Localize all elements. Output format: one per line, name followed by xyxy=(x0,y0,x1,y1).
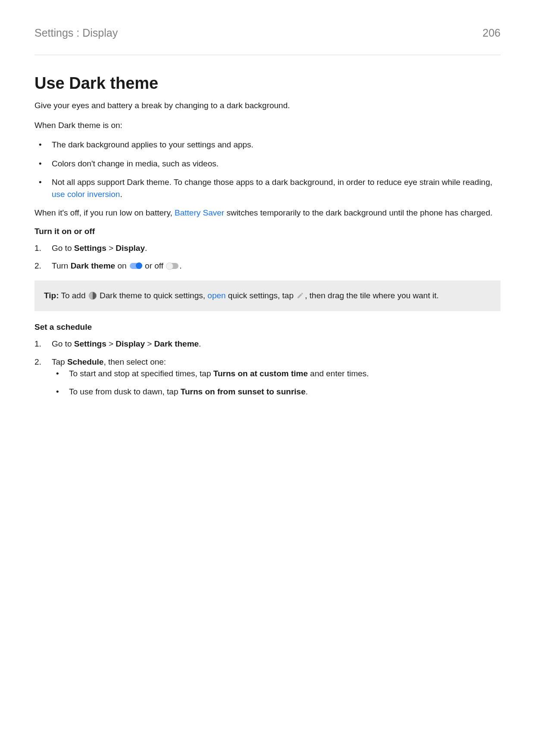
text: and enter times. xyxy=(308,369,369,378)
open-link[interactable]: open xyxy=(207,291,225,300)
text: When it's off, if you run low on battery… xyxy=(34,208,175,217)
text: To start and stop at specified times, ta… xyxy=(69,369,213,378)
text: . xyxy=(199,339,201,348)
text: To add xyxy=(59,291,88,300)
settings-label: Settings xyxy=(74,244,106,253)
dark-theme-icon xyxy=(89,292,97,300)
text: To use from dusk to dawn, tap xyxy=(69,387,181,396)
list-item: 1. Go to Settings > Display > Dark theme… xyxy=(34,338,501,350)
list-item: Colors don't change in media, such as vi… xyxy=(34,158,501,170)
text: quick settings, tap xyxy=(226,291,296,300)
text: Tap xyxy=(52,357,67,366)
turn-steps: 1. Go to Settings > Display. 2. Turn Dar… xyxy=(34,242,501,272)
list-item: Not all apps support Dark theme. To chan… xyxy=(34,176,501,200)
dark-theme-label: Dark theme xyxy=(71,261,116,270)
page-number: 206 xyxy=(482,27,501,39)
when-off-paragraph: When it's off, if you run low on battery… xyxy=(34,207,501,219)
sunset-sunrise-label: Turns on from sunset to sunrise xyxy=(181,387,306,396)
page-title: Use Dark theme xyxy=(34,74,501,93)
schedule-steps: 1. Go to Settings > Display > Dark theme… xyxy=(34,338,501,397)
text: . xyxy=(120,190,122,199)
text: Turn xyxy=(52,261,71,270)
list-item: The dark background applies to your sett… xyxy=(34,139,501,151)
schedule-heading: Set a schedule xyxy=(34,322,501,332)
text: Go to xyxy=(52,339,74,348)
list-item: 2. Turn Dark theme on or off . xyxy=(34,260,501,272)
color-inversion-link[interactable]: use color inversion xyxy=(52,190,120,199)
text: Go to xyxy=(52,244,74,253)
text: , then drag the tile where you want it. xyxy=(305,291,439,300)
schedule-options: To start and stop at specified times, ta… xyxy=(52,368,501,397)
text: . xyxy=(179,261,181,270)
text: > xyxy=(145,339,154,348)
tip-label: Tip: xyxy=(44,291,59,300)
text: switches temporarily to the dark backgro… xyxy=(224,208,492,217)
text: on xyxy=(115,261,129,270)
schedule-label: Schedule xyxy=(67,357,103,366)
list-item: 1. Go to Settings > Display. xyxy=(34,242,501,254)
text: . xyxy=(145,244,147,253)
tip-box: Tip: To add Dark theme to quick settings… xyxy=(34,281,501,311)
text: , then select one: xyxy=(103,357,166,366)
display-label: Display xyxy=(116,339,145,348)
toggle-on-icon xyxy=(130,263,142,269)
list-item: To start and stop at specified times, ta… xyxy=(52,368,501,380)
text: > xyxy=(106,244,116,253)
text: > xyxy=(106,339,116,348)
bullet-list: The dark background applies to your sett… xyxy=(34,139,501,200)
battery-saver-link[interactable]: Battery Saver xyxy=(175,208,224,217)
edit-icon xyxy=(297,290,304,303)
intro-paragraph: Give your eyes and battery a break by ch… xyxy=(34,100,501,112)
dark-theme-label: Dark theme xyxy=(154,339,199,348)
turn-it-heading: Turn it on or off xyxy=(34,227,501,236)
custom-time-label: Turns on at custom time xyxy=(213,369,308,378)
page-header: Settings : Display 206 xyxy=(34,27,501,55)
breadcrumb: Settings : Display xyxy=(34,27,118,39)
when-on-paragraph: When Dark theme is on: xyxy=(34,119,501,131)
list-item: 2. Tap Schedule, then select one: To sta… xyxy=(34,356,501,398)
text: . xyxy=(306,387,308,396)
toggle-off-icon xyxy=(166,263,178,269)
display-label: Display xyxy=(116,244,145,253)
text: Not all apps support Dark theme. To chan… xyxy=(52,178,492,187)
text: or off xyxy=(143,261,166,270)
text: Dark theme to quick settings, xyxy=(97,291,208,300)
settings-label: Settings xyxy=(74,339,106,348)
list-item: To use from dusk to dawn, tap Turns on f… xyxy=(52,386,501,398)
